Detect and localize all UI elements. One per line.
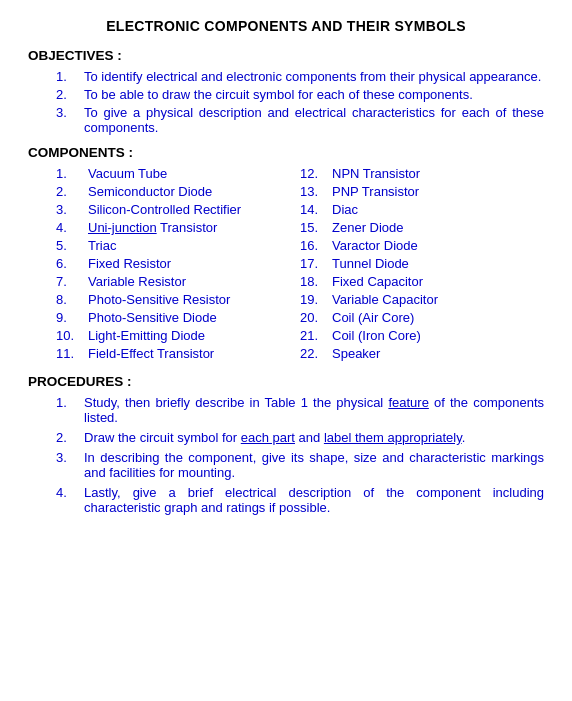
list-item: 19.Variable Capacitor [300, 292, 544, 307]
list-item: 13.PNP Transistor [300, 184, 544, 199]
list-item: 22.Speaker [300, 346, 544, 361]
list-item: 1. To identify electrical and electronic… [56, 69, 544, 84]
list-item: 10.Light-Emitting Diode [56, 328, 300, 343]
list-item: 2.Semiconductor Diode [56, 184, 300, 199]
list-item: 1. Study, then briefly describe in Table… [56, 395, 544, 425]
procedures-header: PROCEDURES : [28, 374, 544, 389]
components-section: COMPONENTS : 1.Vacuum Tube 2.Semiconduct… [28, 145, 544, 364]
list-item: 15.Zener Diode [300, 220, 544, 235]
list-item: 4. Lastly, give a brief electrical descr… [56, 485, 544, 515]
list-item: 3. In describing the component, give its… [56, 450, 544, 480]
list-item: 11.Field-Effect Transistor [56, 346, 300, 361]
procedures-section: PROCEDURES : 1. Study, then briefly desc… [28, 374, 544, 515]
list-item: 16.Varactor Diode [300, 238, 544, 253]
objectives-section: OBJECTIVES : 1. To identify electrical a… [28, 48, 544, 135]
list-item: 7.Variable Resistor [56, 274, 300, 289]
list-item: 6.Fixed Resistor [56, 256, 300, 271]
list-item: 12.NPN Transistor [300, 166, 544, 181]
components-header: COMPONENTS : [28, 145, 544, 160]
list-item: 5.Triac [56, 238, 300, 253]
list-item: 1.Vacuum Tube [56, 166, 300, 181]
objectives-header: OBJECTIVES : [28, 48, 544, 63]
list-item: 4.Uni-junction Transistor [56, 220, 300, 235]
list-item: 8.Photo-Sensitive Resistor [56, 292, 300, 307]
list-item: 9.Photo-Sensitive Diode [56, 310, 300, 325]
list-item: 3.Silicon-Controlled Rectifier [56, 202, 300, 217]
list-item: 2. To be able to draw the circuit symbol… [56, 87, 544, 102]
list-item: 3. To give a physical description and el… [56, 105, 544, 135]
list-item: 2. Draw the circuit symbol for each part… [56, 430, 544, 445]
page-title: ELECTRONIC COMPONENTS AND THEIR SYMBOLS [28, 18, 544, 34]
list-item: 14.Diac [300, 202, 544, 217]
list-item: 21.Coil (Iron Core) [300, 328, 544, 343]
list-item: 18.Fixed Capacitor [300, 274, 544, 289]
list-item: 20.Coil (Air Core) [300, 310, 544, 325]
list-item: 17.Tunnel Diode [300, 256, 544, 271]
